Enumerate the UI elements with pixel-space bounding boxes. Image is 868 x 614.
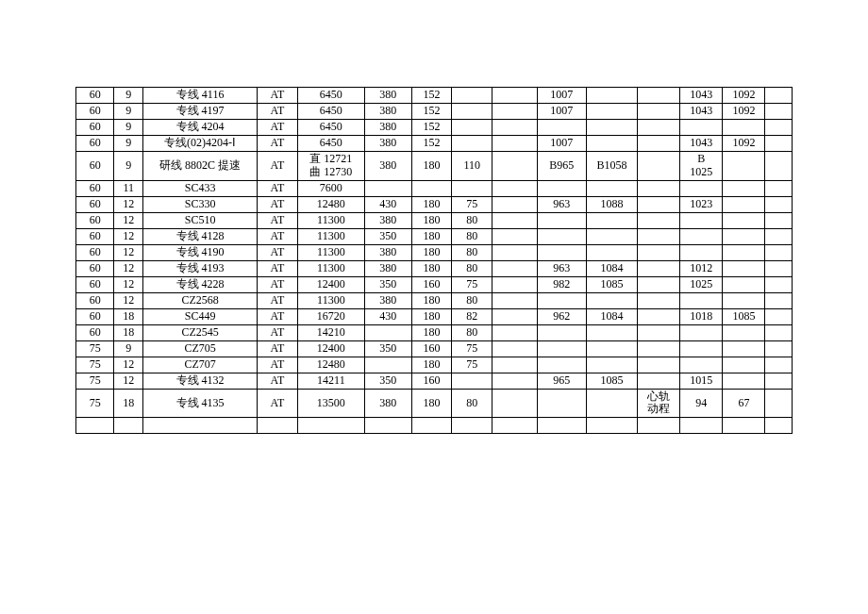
table-row: 6012专线 4190AT1130038018080 xyxy=(76,244,793,260)
cell: 11300 xyxy=(297,244,364,260)
cell: 75 xyxy=(452,196,492,212)
cell: CZ707 xyxy=(143,357,258,373)
cell: 心轨动程 xyxy=(638,389,680,418)
table-row: 6018SC449AT1672043018082962108410181085 xyxy=(76,308,793,324)
cell xyxy=(765,324,793,340)
cell xyxy=(638,418,680,434)
cell xyxy=(537,228,586,244)
cell xyxy=(492,120,537,136)
cell: 965 xyxy=(537,373,586,389)
cell: 350 xyxy=(364,276,411,292)
table-row: 6012SC330AT124804301807596310881023 xyxy=(76,196,793,212)
cell xyxy=(680,324,723,340)
cell: AT xyxy=(258,228,298,244)
cell xyxy=(723,228,765,244)
cell: 1018 xyxy=(680,308,723,324)
cell xyxy=(723,340,765,357)
cell: CZ2545 xyxy=(143,324,258,340)
cell: 6450 xyxy=(297,120,364,136)
cell: 60 xyxy=(76,292,114,308)
cell xyxy=(765,180,793,196)
table-row: 7512专线 4132AT1421135016096510851015 xyxy=(76,373,793,389)
cell xyxy=(765,136,793,152)
cell: 18 xyxy=(114,308,143,324)
cell xyxy=(586,324,638,340)
cell: B1058 xyxy=(586,152,638,181)
cell: 180 xyxy=(411,324,452,340)
cell: 18 xyxy=(114,324,143,340)
cell xyxy=(680,228,723,244)
cell: 1007 xyxy=(537,104,586,120)
cell: 11 xyxy=(114,180,143,196)
cell: AT xyxy=(258,308,298,324)
cell: 12 xyxy=(114,276,143,292)
cell: 60 xyxy=(76,324,114,340)
cell: 180 xyxy=(411,244,452,260)
cell: 963 xyxy=(537,196,586,212)
cell: 14211 xyxy=(297,373,364,389)
cell: 1084 xyxy=(586,260,638,276)
cell xyxy=(638,276,680,292)
cell xyxy=(723,357,765,373)
cell: 160 xyxy=(411,373,452,389)
cell: 180 xyxy=(411,228,452,244)
cell xyxy=(638,196,680,212)
cell: 380 xyxy=(364,244,411,260)
cell: 60 xyxy=(76,276,114,292)
cell: 9 xyxy=(114,152,143,181)
cell: 380 xyxy=(364,152,411,181)
cell: 80 xyxy=(452,212,492,228)
table-row: 609研线 8802C 提速AT直 12721曲 12730380180110B… xyxy=(76,152,793,181)
cell xyxy=(492,228,537,244)
cell xyxy=(723,180,765,196)
cell: 160 xyxy=(411,340,452,357)
cell: 1043 xyxy=(680,104,723,120)
cell: 1085 xyxy=(723,308,765,324)
cell: 9 xyxy=(114,340,143,357)
cell xyxy=(765,152,793,181)
cell: 60 xyxy=(76,308,114,324)
cell: 16720 xyxy=(297,308,364,324)
cell: 专线 4193 xyxy=(143,260,258,276)
cell xyxy=(586,357,638,373)
cell xyxy=(765,228,793,244)
cell: 1092 xyxy=(723,136,765,152)
cell: 80 xyxy=(452,260,492,276)
cell: AT xyxy=(258,389,298,418)
data-table: 609专线 4116AT6450380152100710431092609专线 … xyxy=(75,87,793,434)
cell xyxy=(492,373,537,389)
cell: 12 xyxy=(114,373,143,389)
cell: 180 xyxy=(411,389,452,418)
cell xyxy=(723,260,765,276)
cell xyxy=(586,136,638,152)
cell xyxy=(680,212,723,228)
cell: 1015 xyxy=(680,373,723,389)
cell: 6450 xyxy=(297,136,364,152)
cell: 350 xyxy=(364,228,411,244)
cell: 380 xyxy=(364,104,411,120)
cell xyxy=(452,104,492,120)
table-row: 609专线 4116AT6450380152100710431092 xyxy=(76,88,793,104)
table-row: 6012专线 4193AT113003801808096310841012 xyxy=(76,260,793,276)
cell: 75 xyxy=(76,389,114,418)
cell: 11300 xyxy=(297,212,364,228)
cell: 60 xyxy=(76,244,114,260)
cell: 962 xyxy=(537,308,586,324)
table-row xyxy=(76,418,793,434)
cell: 380 xyxy=(364,389,411,418)
cell: AT xyxy=(258,373,298,389)
cell: 12400 xyxy=(297,276,364,292)
cell xyxy=(638,180,680,196)
cell xyxy=(492,212,537,228)
cell xyxy=(492,180,537,196)
cell: 152 xyxy=(411,136,452,152)
cell: 1012 xyxy=(680,260,723,276)
cell xyxy=(638,292,680,308)
cell: 专线 4228 xyxy=(143,276,258,292)
cell: 专线(02)4204-Ⅰ xyxy=(143,136,258,152)
table-row: 6018CZ2545AT1421018080 xyxy=(76,324,793,340)
cell: AT xyxy=(258,196,298,212)
cell xyxy=(638,340,680,357)
cell xyxy=(492,88,537,104)
cell: 9 xyxy=(114,104,143,120)
